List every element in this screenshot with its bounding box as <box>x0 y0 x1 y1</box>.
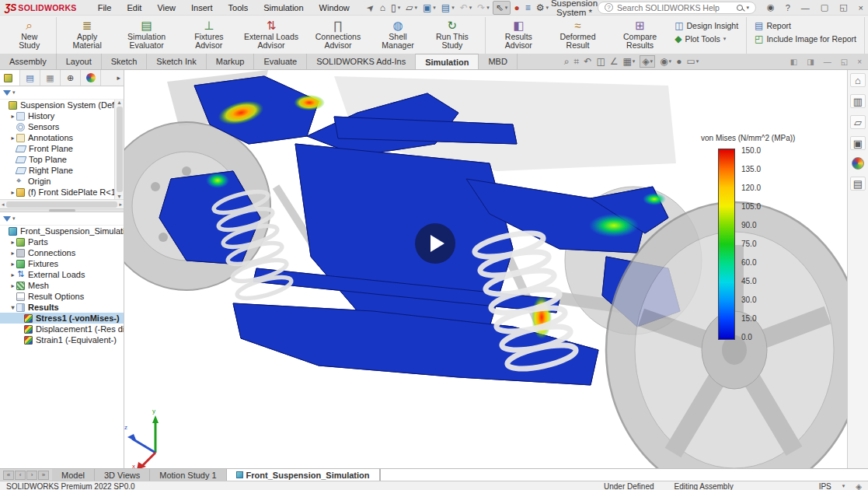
sim-tree-item-strain1-equivalent[interactable]: Strain1 (-Equivalent-) <box>0 334 124 345</box>
expand-arrow-icon[interactable]: ▸ <box>9 239 16 246</box>
menu-simulation[interactable]: Simulation <box>256 2 310 14</box>
close-icon[interactable]: × <box>859 3 863 12</box>
tool-compare-results[interactable]: ⊞Compare Results <box>608 17 671 51</box>
tool-apply-material[interactable]: ≣Apply Material <box>61 17 113 51</box>
custom-properties-icon[interactable]: ▤ <box>850 177 866 191</box>
doc-close-icon[interactable]: × <box>857 58 862 66</box>
view-orientation-icon[interactable]: ▦▾ <box>623 56 636 67</box>
tab-sketch[interactable]: Sketch <box>102 54 148 69</box>
bottom-tab-front-suspension-simulation[interactable]: Front_Suspension_Simulation <box>227 469 380 481</box>
tab-evaluate[interactable]: Evaluate <box>254 54 307 69</box>
feature-tree-item-right-plane[interactable]: Right Plane <box>0 165 124 176</box>
feature-tree-item-suspension-system-default-disp[interactable]: Suspension System (Default) <Disp <box>0 100 124 110</box>
options-icon[interactable]: ⚙▾ <box>534 2 551 14</box>
menu-edit[interactable]: Edit <box>120 2 148 14</box>
previous-view-icon[interactable]: ↶ <box>584 56 591 67</box>
sim-tree-item-parts[interactable]: ▸Parts <box>0 236 124 247</box>
select-cursor-icon[interactable]: ⇖▾ <box>493 1 511 15</box>
next-tab-icon[interactable]: › <box>26 471 37 480</box>
feature-tree-item-sensors[interactable]: Sensors <box>0 121 124 132</box>
status-unit-system[interactable]: IPS <box>819 482 831 490</box>
section-view-icon[interactable]: ◫ <box>596 56 605 67</box>
simulation-tree-filter[interactable]: ▾ <box>0 212 124 226</box>
scroll-right-icon[interactable]: ▸ <box>119 201 122 208</box>
bottom-tab-motion-study-1[interactable]: Motion Study 1 <box>150 469 226 481</box>
feature-tree-item-top-plane[interactable]: Top Plane <box>0 154 124 165</box>
tab-solidworks-add-ins[interactable]: SOLIDWORKS Add-Ins <box>307 54 416 69</box>
tab-mbd[interactable]: MBD <box>479 54 517 69</box>
sim-tree-item-results[interactable]: ▾Results <box>0 302 124 313</box>
scroll-down-icon[interactable]: ▼ <box>117 194 122 199</box>
zoom-to-area-icon[interactable]: ⌗ <box>574 56 580 67</box>
feature-tree-vscrollbar[interactable]: ▲ ▼ <box>114 100 124 199</box>
sim-tree-item-displacement1-res-disp[interactable]: Displacement1 (-Res disp-) <box>0 324 124 334</box>
play-button[interactable] <box>415 223 455 264</box>
feature-tree-item-history[interactable]: ▸History <box>0 110 124 121</box>
sim-tree-item-fixtures[interactable]: ▸Fixtures <box>0 258 124 269</box>
new-document-icon[interactable]: ▯▾ <box>389 2 403 14</box>
tool-design-insight[interactable]: ◫Design Insight <box>675 20 738 31</box>
measure-icon[interactable]: ∠ <box>610 56 619 67</box>
save-icon[interactable]: ▣▾ <box>420 2 438 14</box>
expand-arrow-icon[interactable]: ▸ <box>9 282 16 289</box>
tab-sketch-ink[interactable]: Sketch Ink <box>147 54 206 69</box>
file-properties-icon[interactable]: ≡ <box>523 2 533 14</box>
tool-report[interactable]: ▤Report <box>755 20 856 31</box>
property-manager-tab[interactable]: ▤ <box>20 70 40 86</box>
feature-tree-filter[interactable]: ▾ <box>0 86 124 100</box>
sim-tree-item-front-suspension-simulation-defa[interactable]: Front_Suspension_Simulation* (-Defa <box>0 226 124 236</box>
tab-markup[interactable]: Markup <box>207 54 255 69</box>
menu-file[interactable]: File <box>91 2 119 14</box>
sim-tree-item-connections[interactable]: ▸Connections <box>0 247 124 258</box>
maximize-icon[interactable]: ▢ <box>821 2 828 12</box>
search-dropdown-icon[interactable]: ▾ <box>747 5 750 11</box>
bottom-tab-model[interactable]: Model <box>52 469 95 481</box>
pane-left-icon[interactable]: ◧ <box>790 58 797 66</box>
minimize-icon[interactable]: — <box>801 3 810 12</box>
expand-arrow-icon[interactable]: ▸ <box>9 135 16 142</box>
expand-arrow-icon[interactable]: ▸ <box>9 271 16 278</box>
display-style-icon[interactable]: ◈▾ <box>640 55 655 68</box>
unit-system-dropdown-icon[interactable]: ▾ <box>842 483 845 489</box>
search-box[interactable]: ? ▾ <box>598 2 756 14</box>
display-manager-tab[interactable] <box>81 70 101 86</box>
expand-arrow-icon[interactable]: ▸ <box>9 189 16 196</box>
doc-minimize-icon[interactable]: — <box>824 58 831 66</box>
pane-right-icon[interactable]: ◨ <box>807 58 814 66</box>
tab-layout[interactable]: Layout <box>57 54 102 69</box>
prev-tab-icon[interactable]: ‹ <box>15 471 26 480</box>
sim-tree-item-stress1-vonmises[interactable]: Stress1 (-vonMises-) <box>0 313 124 324</box>
redo-icon[interactable]: ↷▾ <box>475 2 492 14</box>
tool-plot-tools[interactable]: ◆Plot Tools▾ <box>675 33 738 44</box>
feature-tree-hscrollbar[interactable]: ◂ ▸ <box>0 199 124 208</box>
tag-icon[interactable]: ◈ <box>856 482 862 490</box>
tool-include-image[interactable]: ◰Include Image for Report <box>755 33 856 44</box>
expand-arrow-icon[interactable]: ▸ <box>9 250 16 257</box>
menu-insert[interactable]: Insert <box>184 2 220 14</box>
feature-tree-item-front-plane[interactable]: Front Plane <box>0 143 124 154</box>
menu-window[interactable]: Window <box>312 2 357 14</box>
bottom-tab-3d-views[interactable]: 3D Views <box>95 469 150 481</box>
tool-shell-manager[interactable]: ◍Shell Manager <box>371 17 424 51</box>
view-palette-icon[interactable]: ▣ <box>850 136 866 150</box>
tool-deformed-result[interactable]: ≈Deformed Result <box>547 17 608 51</box>
graphics-viewport[interactable]: y z x von Mises (N/mm^2 (MPa)) 150.0135.… <box>124 70 847 468</box>
rebuild-icon[interactable]: ● <box>511 2 521 14</box>
solidworks-resources-icon[interactable]: ⌂ <box>850 73 866 87</box>
expand-arrow-icon[interactable]: ▾ <box>9 304 16 311</box>
edit-appearance-icon[interactable]: ● <box>676 56 682 67</box>
scroll-left-icon[interactable]: ◂ <box>2 201 5 208</box>
feature-tree-item-f-front-sideplate-r-1-defa[interactable]: ▸(f) Front SidePlate R<1> (Defa <box>0 187 124 198</box>
expand-arrow-icon[interactable]: ▸ <box>9 261 16 268</box>
feature-tree-item-annotations[interactable]: ▸Annotations <box>0 132 124 143</box>
doc-restore-icon[interactable]: ◱ <box>841 58 848 66</box>
zoom-to-fit-icon[interactable]: ⌕ <box>564 56 570 67</box>
expand-arrow-icon[interactable]: ▸ <box>9 113 16 120</box>
design-library-icon[interactable]: ▥ <box>850 94 866 108</box>
pin-icon[interactable]: ➤ <box>364 2 377 14</box>
sim-tree-item-external-loads[interactable]: ▸External Loads <box>0 269 124 280</box>
feature-manager-tab[interactable] <box>0 70 20 86</box>
hide-show-items-icon[interactable]: ◉▾ <box>660 56 671 67</box>
search-input[interactable] <box>617 3 732 12</box>
first-tab-icon[interactable]: « <box>3 471 14 480</box>
